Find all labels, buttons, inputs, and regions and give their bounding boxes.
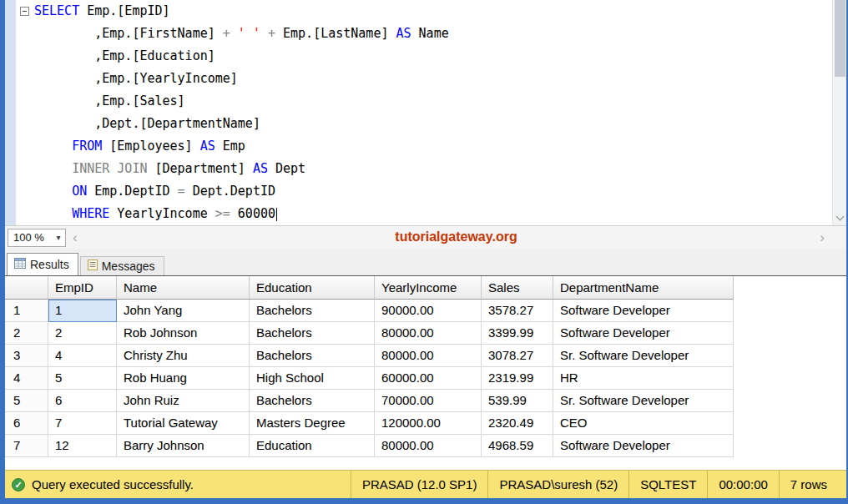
grid-cell[interactable]: 12 bbox=[48, 435, 117, 457]
code-token bbox=[34, 206, 72, 221]
grid-cell[interactable]: Bachelors bbox=[250, 390, 375, 412]
grid-cell[interactable]: 120000.00 bbox=[375, 412, 482, 435]
code-line[interactable]: ,Dept.[DepartmentName] bbox=[34, 113, 832, 135]
grid-cell[interactable]: HR bbox=[553, 367, 734, 390]
grid-cell[interactable]: 90000.00 bbox=[375, 300, 482, 322]
code-fold-collapse-icon[interactable] bbox=[20, 7, 29, 16]
code-line[interactable]: ,Emp.[YearlyIncome] bbox=[34, 68, 832, 90]
grid-cell[interactable]: High School bbox=[250, 367, 375, 390]
grid-cell[interactable]: Bachelors bbox=[250, 345, 375, 367]
grid-cell[interactable]: 3078.27 bbox=[482, 345, 553, 367]
code-token: FROM bbox=[72, 139, 102, 154]
grid-cell[interactable]: 3399.99 bbox=[482, 322, 553, 345]
grid-cell[interactable]: 4968.59 bbox=[482, 435, 553, 457]
grid-cell[interactable]: Barry Johnson bbox=[117, 435, 250, 457]
grid-cell[interactable]: Education bbox=[250, 435, 375, 457]
sql-editor[interactable]: SELECT Emp.[EmpID] ,Emp.[FirstName] + ' … bbox=[5, 0, 846, 225]
code-token: Emp.[EmpID] bbox=[79, 3, 169, 18]
grid-cell[interactable]: Rob Huang bbox=[117, 367, 250, 390]
grid-cell[interactable]: 539.99 bbox=[482, 390, 553, 412]
code-line[interactable]: ON Emp.DeptID = Dept.DeptID bbox=[34, 180, 832, 203]
code-line[interactable]: SELECT Emp.[EmpID] bbox=[34, 0, 832, 23]
column-header[interactable]: EmpID bbox=[48, 276, 117, 300]
grid-row: 45Rob HuangHigh School60000.002319.99HR bbox=[5, 367, 846, 390]
grid-cell[interactable]: 1 bbox=[48, 300, 117, 322]
code-token: Emp.[LastName] bbox=[275, 26, 396, 41]
scroll-right-arrow-icon[interactable]: › bbox=[820, 226, 825, 249]
grid-cell[interactable]: 5 bbox=[48, 367, 117, 390]
grid-cell[interactable]: 60000.00 bbox=[375, 367, 482, 390]
grid-cell[interactable]: Sr. Software Developer bbox=[553, 390, 734, 412]
code-line[interactable]: ,Emp.[Education] bbox=[34, 45, 832, 68]
grid-cell[interactable]: Software Developer bbox=[553, 322, 734, 345]
grid-cell[interactable]: Bachelors bbox=[250, 300, 375, 322]
code-token: YearlyIncome bbox=[109, 206, 215, 221]
row-number[interactable]: 6 bbox=[5, 412, 48, 435]
column-header[interactable]: Education bbox=[250, 276, 375, 300]
column-header[interactable]: DepartmentName bbox=[553, 276, 734, 300]
grid-row: 712Barry JohnsonEducation80000.004968.59… bbox=[5, 435, 846, 457]
row-number[interactable]: 2 bbox=[5, 322, 48, 345]
grid-row: 22Rob JohnsonBachelors80000.003399.99Sof… bbox=[5, 322, 846, 345]
row-number[interactable]: 5 bbox=[5, 390, 48, 412]
code-token: [Department] bbox=[147, 161, 252, 176]
grid-cell[interactable]: 80000.00 bbox=[375, 345, 482, 367]
code-line[interactable]: ,Emp.[Sales] bbox=[34, 90, 832, 113]
status-user: PRASAD\suresh (52) bbox=[487, 471, 628, 498]
code-line[interactable]: INNER JOIN [Department] AS Dept bbox=[34, 158, 832, 180]
status-segments: PRASAD (12.0 SP1) PRASAD\suresh (52) SQL… bbox=[351, 471, 838, 498]
grid-cell[interactable]: 7 bbox=[48, 412, 117, 435]
code-line[interactable]: WHERE YearlyIncome >= 60000 bbox=[34, 203, 832, 225]
grid-corner-cell[interactable] bbox=[5, 276, 48, 300]
grid-cell[interactable]: 2319.99 bbox=[482, 367, 553, 390]
code-token: + bbox=[268, 26, 275, 41]
editor-horizontal-scrollbar[interactable]: ‹ tutorialgateway.org › bbox=[66, 226, 846, 249]
grid-cell[interactable]: 80000.00 bbox=[375, 322, 482, 345]
grid-cell[interactable]: 2320.49 bbox=[482, 412, 553, 435]
grid-cell[interactable]: Software Developer bbox=[553, 300, 734, 322]
grid-cell[interactable]: Rob Johnson bbox=[117, 322, 250, 345]
grid-row: 67Tutorial GatewayMasters Degree120000.0… bbox=[5, 412, 846, 435]
grid-cell[interactable]: 80000.00 bbox=[375, 435, 482, 457]
row-number[interactable]: 1 bbox=[5, 300, 48, 322]
grid-cell[interactable]: John Ruiz bbox=[117, 390, 250, 412]
row-number[interactable]: 3 bbox=[5, 345, 48, 367]
code-token bbox=[230, 26, 238, 41]
grid-cell[interactable]: 4 bbox=[48, 345, 117, 367]
grid-cell[interactable]: Tutorial Gateway bbox=[117, 412, 250, 435]
grid-cell[interactable]: Sr. Software Developer bbox=[553, 345, 734, 367]
code-line[interactable]: ,Emp.[FirstName] + ' ' + Emp.[LastName] … bbox=[34, 23, 832, 45]
tab-results[interactable]: Results bbox=[7, 253, 78, 275]
status-database: SQLTEST bbox=[628, 471, 707, 498]
code-token: AS bbox=[200, 139, 215, 154]
code-token: ' ' bbox=[238, 26, 260, 41]
grid-cell[interactable]: John Yang bbox=[117, 300, 250, 322]
grid-cell[interactable]: 3578.27 bbox=[482, 300, 553, 322]
grid-cell[interactable]: Software Developer bbox=[553, 435, 734, 457]
grid-cell[interactable]: 70000.00 bbox=[375, 390, 482, 412]
code-token: + bbox=[223, 26, 230, 41]
scrollbar-thumb[interactable] bbox=[835, 0, 845, 77]
dropdown-arrow-icon[interactable]: ▾ bbox=[52, 233, 65, 242]
row-number[interactable]: 4 bbox=[5, 367, 48, 390]
column-header[interactable]: YearlyIncome bbox=[375, 276, 482, 300]
grid-cell[interactable]: Masters Degree bbox=[250, 412, 375, 435]
grid-cell[interactable]: Christy Zhu bbox=[117, 345, 250, 367]
zoom-level-dropdown[interactable]: 100 % ▾ bbox=[8, 229, 66, 247]
scroll-down-arrow-icon[interactable] bbox=[833, 210, 847, 225]
code-lines[interactable]: SELECT Emp.[EmpID] ,Emp.[FirstName] + ' … bbox=[16, 0, 832, 225]
editor-vertical-scrollbar[interactable] bbox=[832, 0, 846, 225]
tab-messages[interactable]: Messages bbox=[80, 256, 164, 275]
column-header[interactable]: Sales bbox=[482, 276, 553, 300]
row-number[interactable]: 7 bbox=[5, 435, 48, 457]
grid-cell[interactable]: CEO bbox=[553, 412, 734, 435]
grid-cell[interactable]: 2 bbox=[48, 322, 117, 345]
code-token: Emp.DeptID bbox=[87, 184, 177, 199]
code-line[interactable]: FROM [Employees] AS Emp bbox=[34, 135, 832, 158]
code-area[interactable]: SELECT Emp.[EmpID] ,Emp.[FirstName] + ' … bbox=[16, 0, 832, 225]
grid-cell[interactable]: Bachelors bbox=[250, 322, 375, 345]
grid-cell[interactable]: 6 bbox=[48, 390, 117, 412]
code-token: ,Emp.[FirstName] bbox=[34, 26, 223, 41]
code-token: [Employees] bbox=[102, 139, 199, 154]
column-header[interactable]: Name bbox=[117, 276, 250, 300]
